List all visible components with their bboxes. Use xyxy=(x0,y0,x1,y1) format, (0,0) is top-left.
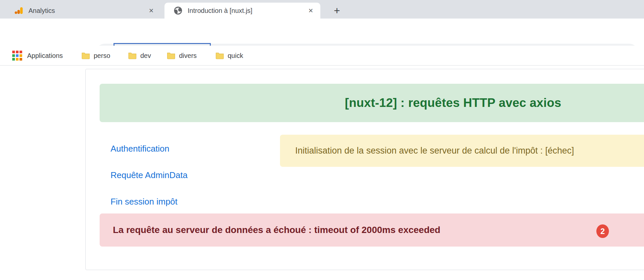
error-text: La requête au serveur de données a échou… xyxy=(113,225,440,235)
folder-icon xyxy=(215,52,224,59)
warning-alert: Initialisation de la session avec le ser… xyxy=(280,135,644,167)
bookmark-apps[interactable]: Applications xyxy=(12,46,63,66)
bookmark-label: Applications xyxy=(27,52,63,60)
bookmark-label: dev xyxy=(140,52,151,60)
bookmark-folder-divers[interactable]: divers xyxy=(167,46,197,66)
annotation-badge-2: 2 xyxy=(596,224,609,238)
browser-toolbar: localhost:81/nuxt-12/ 1 xyxy=(0,19,644,46)
tab-title: Analytics xyxy=(28,7,146,15)
apps-grid-icon xyxy=(12,51,23,61)
folder-icon xyxy=(167,52,175,59)
tab-title: Introduction à [nuxt.js] xyxy=(188,7,305,15)
link-authentification[interactable]: Authentification xyxy=(111,144,169,154)
link-fin-session-impot[interactable]: Fin session impôt xyxy=(111,197,177,207)
tab-strip: Analytics × Introduction à [nuxt.js] × + xyxy=(0,0,644,19)
browser-window: Analytics × Introduction à [nuxt.js] × + xyxy=(0,0,644,280)
bookmark-label: quick xyxy=(228,52,243,60)
warning-text: Initialisation de la session avec le ser… xyxy=(295,146,574,156)
new-tab-button[interactable]: + xyxy=(330,4,344,17)
page-title: [nuxt-12] : requêtes HTTP avec axios xyxy=(345,96,561,110)
folder-icon xyxy=(81,52,90,59)
bookmark-folder-perso[interactable]: perso xyxy=(81,46,110,66)
link-requete-admindata[interactable]: Requête AdminData xyxy=(111,170,188,180)
bookmark-folder-dev[interactable]: dev xyxy=(128,46,151,66)
success-banner: [nuxt-12] : requêtes HTTP avec axios xyxy=(100,84,644,122)
tab-nuxt-active[interactable]: Introduction à [nuxt.js] × xyxy=(164,3,320,19)
folder-icon xyxy=(128,52,137,59)
page-viewport: [nuxt-12] : requêtes HTTP avec axios Aut… xyxy=(0,66,644,280)
close-tab-icon[interactable]: × xyxy=(146,5,157,16)
bookmark-folder-quick[interactable]: quick xyxy=(215,46,243,66)
bookmark-label: divers xyxy=(179,52,197,60)
content-card: [nuxt-12] : requêtes HTTP avec axios Aut… xyxy=(85,69,644,270)
bookmark-label: perso xyxy=(94,52,110,60)
error-alert: La requête au serveur de données a échou… xyxy=(100,213,644,247)
globe-icon xyxy=(174,6,182,15)
close-tab-icon[interactable]: × xyxy=(305,5,316,16)
bookmarks-bar: Applications perso dev divers quick xyxy=(0,46,644,66)
tab-analytics[interactable]: Analytics × xyxy=(5,3,161,19)
analytics-icon xyxy=(15,6,23,15)
